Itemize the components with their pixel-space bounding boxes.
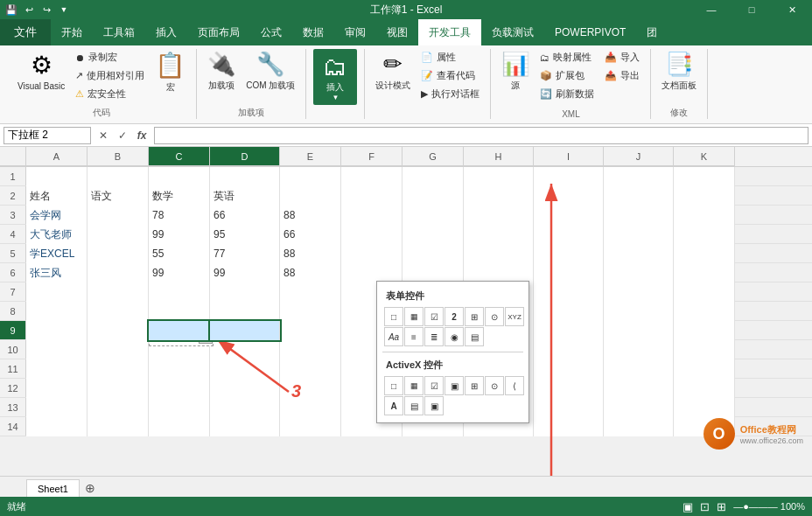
form-icon-2[interactable]: ▦: [404, 307, 424, 326]
cell-b9[interactable]: [88, 321, 149, 340]
cell-k9[interactable]: [674, 321, 735, 340]
cell-f6[interactable]: [341, 263, 402, 282]
col-header-i[interactable]: I: [534, 147, 604, 166]
maximize-btn[interactable]: □: [732, 0, 772, 19]
ax-icon-6[interactable]: ⊙: [485, 376, 504, 395]
cell-e6[interactable]: 88: [280, 263, 341, 282]
zoom-slider[interactable]: —●——— 100%: [733, 501, 805, 512]
cell-i10[interactable]: [534, 340, 604, 359]
ribbon-btn-source[interactable]: 📊 源: [498, 49, 533, 94]
cell-e4[interactable]: 66: [280, 225, 341, 244]
form-icon-3[interactable]: ☑: [424, 307, 444, 326]
cell-e3[interactable]: 88: [280, 206, 341, 225]
cell-a1[interactable]: [26, 167, 88, 186]
ribbon-btn-props[interactable]: 📄 属性: [417, 49, 483, 66]
cell-a10[interactable]: [26, 340, 88, 359]
col-header-a[interactable]: A: [26, 147, 88, 166]
add-sheet-btn[interactable]: ⊕: [81, 479, 99, 497]
cell-a8[interactable]: [26, 302, 88, 321]
cell-g6[interactable]: [402, 263, 464, 282]
cell-h6[interactable]: [464, 263, 534, 282]
ribbon-btn-insert[interactable]: 🗂 插入 ▼: [313, 49, 357, 105]
cell-c2[interactable]: 数学: [149, 186, 210, 206]
view-break-icon[interactable]: ⊞: [717, 500, 726, 513]
cell-c3[interactable]: 78: [149, 206, 210, 225]
ax-icon-3[interactable]: ☑: [424, 376, 444, 395]
cell-b5[interactable]: [88, 244, 149, 263]
save-icon[interactable]: 💾: [4, 2, 19, 17]
form-icon-12[interactable]: ▤: [465, 327, 484, 346]
cell-b3[interactable]: [88, 206, 149, 225]
menu-item-formula[interactable]: 公式: [250, 19, 292, 45]
cell-k6[interactable]: [674, 263, 735, 282]
cell-i7[interactable]: [534, 282, 604, 302]
cell-k8[interactable]: [674, 302, 735, 321]
formula-cancel-icon[interactable]: ✕: [94, 127, 112, 144]
ribbon-btn-docpanel[interactable]: 📑 文档面板: [658, 49, 700, 94]
undo-icon[interactable]: ↩: [21, 2, 37, 17]
minimize-btn[interactable]: —: [691, 0, 732, 19]
redo-icon[interactable]: ↪: [38, 2, 54, 17]
cell-b6[interactable]: [88, 263, 149, 282]
ax-icon-2[interactable]: ▦: [404, 376, 424, 395]
ribbon-btn-mapprop[interactable]: 🗂 映射属性: [536, 49, 598, 66]
cell-h2[interactable]: [464, 186, 534, 206]
cell-b1[interactable]: [88, 167, 149, 186]
ribbon-btn-designmode[interactable]: ✏ 设计模式: [372, 49, 414, 94]
cell-g2[interactable]: [402, 186, 464, 206]
view-normal-icon[interactable]: ▣: [682, 500, 693, 513]
col-header-c[interactable]: C: [149, 147, 210, 166]
cell-j9[interactable]: [604, 321, 674, 340]
cell-g5[interactable]: [402, 244, 464, 263]
row-header-3[interactable]: 3: [0, 206, 26, 224]
cell-c4[interactable]: 99: [149, 225, 210, 244]
col-header-f[interactable]: F: [341, 147, 402, 166]
cell-k5[interactable]: [674, 244, 735, 263]
form-icon-10[interactable]: ≣: [424, 327, 444, 346]
cell-e2[interactable]: [280, 186, 341, 206]
menu-item-toolbox[interactable]: 工具箱: [93, 19, 145, 45]
cell-f5[interactable]: [341, 244, 402, 263]
cell-i6[interactable]: [534, 263, 604, 282]
cell-a4[interactable]: 大飞老师: [26, 225, 88, 244]
ribbon-btn-export[interactable]: 📤 导出: [601, 67, 643, 84]
cell-j2[interactable]: [604, 186, 674, 206]
cell-f4[interactable]: [341, 225, 402, 244]
form-icon-4[interactable]: 2: [444, 307, 464, 326]
cell-c1[interactable]: [149, 167, 210, 186]
cell-b4[interactable]: [88, 225, 149, 244]
menu-item-start[interactable]: 开始: [51, 19, 93, 45]
row-header-12[interactable]: 12: [0, 379, 26, 397]
row-header-8[interactable]: 8: [0, 302, 26, 320]
row-header-2[interactable]: 2: [0, 186, 26, 205]
view-layout-icon[interactable]: ⊡: [700, 500, 710, 513]
col-header-j[interactable]: J: [604, 147, 674, 166]
ax-icon-10[interactable]: ▣: [424, 396, 444, 415]
cell-b8[interactable]: [88, 302, 149, 321]
ribbon-btn-addins[interactable]: 🔌 加载项: [204, 49, 239, 94]
cell-c8[interactable]: [149, 302, 210, 321]
menu-item-data[interactable]: 数据: [292, 19, 334, 45]
ribbon-btn-security[interactable]: ⚠ 宏安全性: [72, 86, 148, 102]
ax-icon-8[interactable]: A: [384, 396, 403, 415]
cell-d4[interactable]: 95: [210, 225, 280, 244]
row-header-7[interactable]: 7: [0, 282, 26, 301]
menu-item-developer[interactable]: 开发工具: [418, 19, 481, 45]
ribbon-btn-relative[interactable]: ↗ 使用相对引用: [72, 67, 148, 84]
form-icon-6[interactable]: ⊙: [485, 307, 504, 326]
cell-c5[interactable]: 55: [149, 244, 210, 263]
cell-e8[interactable]: [280, 302, 341, 321]
cell-a2[interactable]: 姓名: [26, 186, 88, 206]
ax-icon-1[interactable]: □: [384, 376, 403, 395]
cell-i2[interactable]: [534, 186, 604, 206]
cell-j8[interactable]: [604, 302, 674, 321]
row-header-5[interactable]: 5: [0, 244, 26, 262]
form-icon-1[interactable]: □: [384, 307, 403, 326]
row-header-13[interactable]: 13: [0, 398, 26, 416]
cell-e9[interactable]: [280, 321, 341, 340]
cell-j3[interactable]: [604, 206, 674, 225]
menu-item-file[interactable]: 文件: [0, 19, 51, 45]
cell-j1[interactable]: [604, 167, 674, 186]
menu-item-review[interactable]: 审阅: [334, 19, 376, 45]
cell-f3[interactable]: [341, 206, 402, 225]
